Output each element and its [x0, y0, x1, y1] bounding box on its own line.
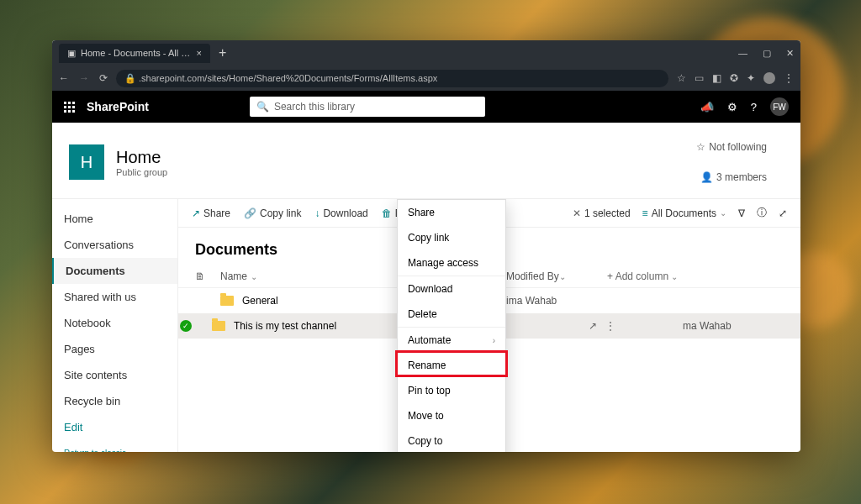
follow-button[interactable]: ☆Not following — [679, 134, 784, 160]
app-launcher-icon[interactable] — [64, 102, 75, 113]
cmd-copy-link[interactable]: 🔗Copy link — [244, 207, 301, 219]
col-name[interactable]: Name⌄ — [220, 270, 388, 282]
ctx-download[interactable]: Download — [398, 276, 505, 302]
ctx-automate[interactable]: Automate› — [398, 328, 505, 353]
nav-documents[interactable]: Documents — [52, 258, 177, 284]
folder-icon — [212, 321, 225, 331]
nav-shared-with-us[interactable]: Shared with us — [52, 284, 177, 310]
url-text: .sharepoint.com/sites/Home/Shared%20Docu… — [139, 73, 437, 83]
nav-forward-icon[interactable]: → — [79, 72, 89, 84]
tab-favicon: ▣ — [67, 48, 76, 59]
left-navigation: Home Conversations Documents Shared with… — [52, 199, 178, 452]
col-modified-by[interactable]: Modified By⌄ — [506, 270, 607, 282]
row-more-icon[interactable]: ⋮ — [605, 320, 615, 332]
cmd-share[interactable]: ↗Share — [192, 207, 230, 219]
nav-home[interactable]: Home — [52, 206, 177, 232]
ctx-copy-link[interactable]: Copy link — [398, 225, 505, 250]
ctx-share[interactable]: Share — [398, 200, 505, 225]
people-icon: 👤 — [700, 171, 713, 183]
nav-conversations[interactable]: Conversations — [52, 232, 177, 258]
ctx-pin-to-top[interactable]: Pin to top — [398, 378, 505, 403]
clear-selection-icon[interactable]: ✕ — [573, 207, 581, 219]
delete-icon: 🗑 — [382, 207, 392, 219]
site-subtitle: Public group — [116, 167, 167, 177]
expand-icon[interactable]: ⤢ — [779, 207, 787, 219]
star-icon: ☆ — [696, 141, 705, 153]
new-tab-button[interactable]: + — [219, 45, 226, 60]
members-link[interactable]: 👤3 members — [684, 165, 784, 190]
context-menu: ShareCopy linkManage accessDownloadDelet… — [397, 199, 506, 452]
folder-icon — [220, 296, 234, 306]
url-field[interactable]: 🔒 .sharepoint.com/sites/Home/Shared%20Do… — [116, 70, 668, 87]
browser-tab[interactable]: ▣ Home - Documents - All Docum… × — [59, 44, 210, 63]
search-placeholder: Search this library — [274, 101, 355, 113]
col-doctype-icon[interactable]: 🗎 — [195, 270, 220, 282]
user-avatar[interactable]: FW — [770, 97, 789, 116]
ctx-rename[interactable]: Rename — [398, 353, 505, 378]
window-minimize-icon[interactable]: — — [738, 48, 747, 59]
site-title[interactable]: Home — [116, 148, 167, 167]
megaphone-icon[interactable]: 📣 — [700, 101, 714, 113]
settings-gear-icon[interactable]: ⚙ — [727, 101, 737, 113]
chevron-down-icon: ⌄ — [559, 272, 566, 281]
nav-reload-icon[interactable]: ⟳ — [99, 72, 108, 84]
main-content: ↗Share 🔗Copy link ↓Download 🗑Delete ⚑ ✕1… — [178, 199, 800, 452]
view-icon: ≡ — [642, 207, 648, 219]
browser-menu-icon[interactable]: ⋮ — [784, 72, 794, 84]
selection-count[interactable]: ✕1 selected — [573, 207, 631, 219]
ext-icon-2[interactable]: ◧ — [712, 72, 721, 84]
browser-titlebar: ▣ Home - Documents - All Docum… × + — ▢ … — [52, 40, 800, 66]
ctx-move-to[interactable]: Move to — [398, 403, 505, 428]
lock-icon: 🔒 — [124, 73, 136, 83]
sharepoint-brand[interactable]: SharePoint — [87, 100, 149, 113]
nav-notebook[interactable]: Notebook — [52, 310, 177, 336]
col-add-column[interactable]: + Add column ⌄ — [607, 270, 678, 282]
cmd-download[interactable]: ↓Download — [314, 207, 367, 219]
ctx-delete[interactable]: Delete — [398, 302, 505, 327]
tab-close-icon[interactable]: × — [197, 48, 202, 58]
window-close-icon[interactable]: ✕ — [786, 48, 794, 59]
ext-icon-1[interactable]: ▭ — [695, 72, 704, 84]
bookmark-star-icon[interactable]: ☆ — [677, 72, 686, 84]
search-box[interactable]: 🔍 Search this library — [250, 97, 485, 117]
row-selected-check-icon[interactable]: ✓ — [180, 320, 192, 332]
tab-title: Home - Documents - All Docum… — [81, 48, 192, 58]
chevron-right-icon: › — [493, 336, 495, 345]
site-logo[interactable]: H — [69, 144, 104, 180]
window-maximize-icon[interactable]: ▢ — [763, 48, 771, 59]
nav-edit[interactable]: Edit — [52, 414, 177, 440]
profile-avatar-icon[interactable] — [763, 72, 775, 84]
ctx-manage-access[interactable]: Manage access — [398, 250, 505, 276]
nav-back-icon[interactable]: ← — [59, 72, 69, 84]
extensions-icon[interactable]: ✦ — [747, 72, 755, 84]
nav-recycle-bin[interactable]: Recycle bin — [52, 388, 177, 414]
help-icon[interactable]: ? — [751, 101, 757, 113]
link-icon: 🔗 — [244, 207, 256, 219]
filter-icon[interactable]: ∇ — [738, 207, 745, 219]
view-selector[interactable]: ≡All Documents⌄ — [642, 207, 726, 219]
suite-bar: SharePoint 🔍 Search this library 📣 ⚙ ? F… — [52, 91, 800, 123]
ctx-copy-to[interactable]: Copy to — [398, 428, 505, 452]
row-share-icon[interactable]: ↗ — [589, 320, 597, 332]
info-pane-icon[interactable]: ⓘ — [757, 206, 767, 220]
browser-window: ▣ Home - Documents - All Docum… × + — ▢ … — [52, 40, 800, 452]
browser-address-bar: ← → ⟳ 🔒 .sharepoint.com/sites/Home/Share… — [52, 66, 800, 91]
chevron-down-icon: ⌄ — [671, 272, 678, 281]
chevron-down-icon: ⌄ — [720, 208, 726, 218]
chevron-down-icon: ⌄ — [251, 272, 257, 281]
share-icon: ↗ — [192, 207, 200, 219]
search-icon: 🔍 — [256, 101, 269, 113]
return-classic-link[interactable]: Return to classic SharePoint — [52, 440, 177, 452]
download-icon: ↓ — [314, 207, 320, 219]
nav-pages[interactable]: Pages — [52, 336, 177, 362]
nav-site-contents[interactable]: Site contents — [52, 362, 177, 388]
ext-icon-3[interactable]: ✪ — [730, 72, 738, 84]
site-header: H Home Public group ☆Not following 👤3 me… — [52, 123, 800, 199]
